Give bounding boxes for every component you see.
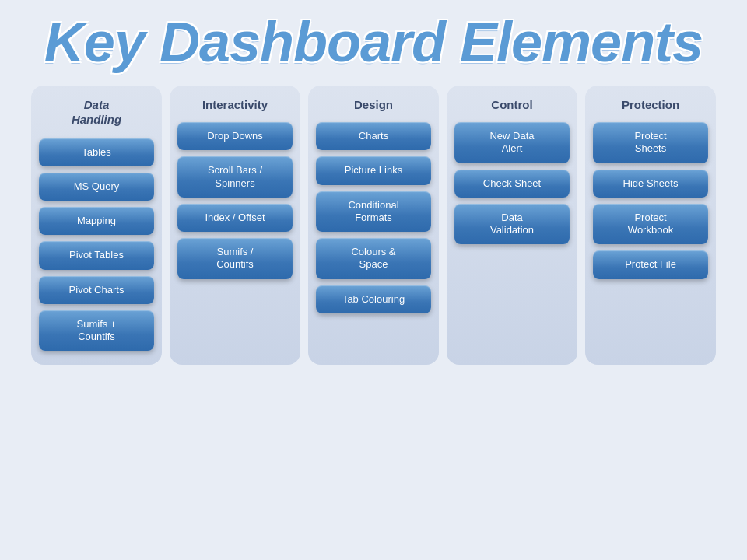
column-design: DesignChartsPicture LinksConditional For… bbox=[308, 86, 439, 365]
column-protection: ProtectionProtect SheetsHide SheetsProte… bbox=[585, 86, 716, 365]
column-data-handling: Data HandlingTablesMS QueryMappingPivot … bbox=[31, 86, 162, 365]
page-title: Key Dashboard Elements bbox=[0, 14, 747, 70]
btn-protection-1[interactable]: Hide Sheets bbox=[593, 170, 708, 198]
btn-data-handling-2[interactable]: Mapping bbox=[39, 207, 154, 235]
btn-data-handling-3[interactable]: Pivot Tables bbox=[39, 241, 154, 269]
btn-protection-3[interactable]: Protect File bbox=[593, 250, 708, 278]
btn-data-handling-4[interactable]: Pivot Charts bbox=[39, 276, 154, 304]
btn-interactivity-1[interactable]: Scroll Bars / Spinners bbox=[177, 156, 293, 198]
btn-interactivity-3[interactable]: Sumifs / Countifs bbox=[177, 238, 293, 279]
column-header-design: Design bbox=[354, 98, 393, 111]
column-header-interactivity: Interactivity bbox=[202, 98, 268, 111]
title-area: Key Dashboard Elements bbox=[0, 0, 747, 79]
column-header-protection: Protection bbox=[622, 98, 679, 111]
btn-data-handling-0[interactable]: Tables bbox=[39, 138, 154, 166]
btn-design-4[interactable]: Tab Colouring bbox=[316, 285, 431, 313]
btn-design-1[interactable]: Picture Links bbox=[316, 156, 431, 184]
btn-design-0[interactable]: Charts bbox=[316, 122, 431, 150]
btn-interactivity-2[interactable]: Index / Offset bbox=[177, 204, 293, 232]
btn-design-3[interactable]: Colours & Space bbox=[316, 238, 431, 279]
column-header-control: Control bbox=[491, 98, 532, 111]
btn-interactivity-0[interactable]: Drop Downs bbox=[177, 122, 293, 150]
columns-area: Data HandlingTablesMS QueryMappingPivot … bbox=[0, 79, 747, 379]
btn-control-1[interactable]: Check Sheet bbox=[454, 170, 570, 198]
btn-protection-0[interactable]: Protect Sheets bbox=[593, 122, 708, 163]
btn-protection-2[interactable]: Protect Workbook bbox=[593, 204, 708, 245]
btn-control-0[interactable]: New Data Alert bbox=[454, 122, 570, 163]
btn-control-2[interactable]: Data Validation bbox=[454, 204, 570, 245]
column-interactivity: InteractivityDrop DownsScroll Bars / Spi… bbox=[170, 86, 300, 365]
btn-design-2[interactable]: Conditional Formats bbox=[316, 191, 431, 233]
btn-data-handling-1[interactable]: MS Query bbox=[39, 173, 154, 201]
column-control: ControlNew Data AlertCheck SheetData Val… bbox=[447, 86, 577, 365]
btn-data-handling-5[interactable]: Sumifs + Countifs bbox=[39, 310, 154, 352]
column-header-data-handling: Data Handling bbox=[72, 98, 121, 128]
